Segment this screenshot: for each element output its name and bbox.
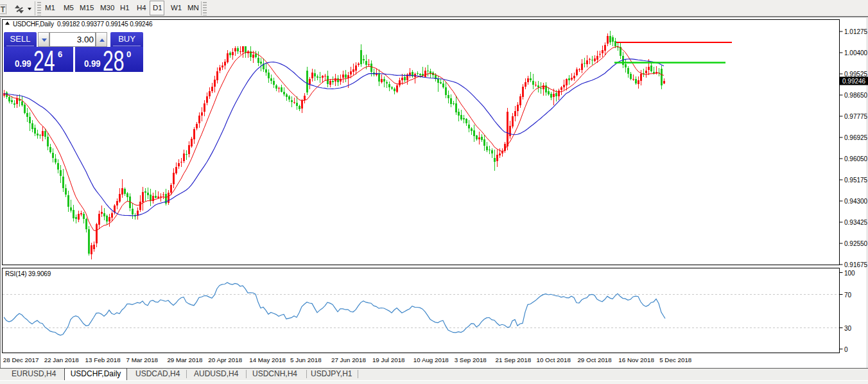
svg-text:7 Mar 2018: 7 Mar 2018 xyxy=(126,356,159,363)
svg-text:29 Oct 2018: 29 Oct 2018 xyxy=(577,356,612,363)
svg-text:0.96050: 0.96050 xyxy=(844,155,868,162)
svg-text:0.91675: 0.91675 xyxy=(844,261,868,268)
svg-text:5 Jun 2018: 5 Jun 2018 xyxy=(290,356,322,363)
svg-text:5 Dec 2018: 5 Dec 2018 xyxy=(659,356,692,363)
svg-text:0.96925: 0.96925 xyxy=(844,134,868,141)
svg-text:29 Mar 2018: 29 Mar 2018 xyxy=(167,356,203,363)
svg-text:28 Dec 2017: 28 Dec 2017 xyxy=(3,356,39,363)
svg-text:10 Aug 2018: 10 Aug 2018 xyxy=(413,356,449,363)
svg-text:0.98650: 0.98650 xyxy=(844,92,868,99)
svg-text:0.99246: 0.99246 xyxy=(842,78,866,85)
svg-text:0.94300: 0.94300 xyxy=(844,198,868,205)
svg-text:0.97775: 0.97775 xyxy=(844,113,868,120)
svg-text:3 Sep 2018: 3 Sep 2018 xyxy=(455,356,487,363)
svg-text:USDCHF,Daily 0.99182 0.99377: USDCHF,Daily 0.99182 0.99377 0.99145 0.9… xyxy=(13,21,153,28)
svg-text:13 Feb 2018: 13 Feb 2018 xyxy=(85,356,121,363)
svg-text:19 Jul 2018: 19 Jul 2018 xyxy=(372,356,405,363)
svg-text:100: 100 xyxy=(844,270,855,277)
svg-text:20 Apr 2018: 20 Apr 2018 xyxy=(208,356,242,363)
svg-text:21 Sep 2018: 21 Sep 2018 xyxy=(496,356,532,363)
svg-text:27 Jun 2018: 27 Jun 2018 xyxy=(331,356,366,363)
svg-text:22 Jan 2018: 22 Jan 2018 xyxy=(44,356,79,363)
svg-text:16 Nov 2018: 16 Nov 2018 xyxy=(618,356,654,363)
svg-text:14 May 2018: 14 May 2018 xyxy=(249,356,286,363)
svg-text:10 Oct 2018: 10 Oct 2018 xyxy=(537,356,571,363)
svg-text:0.92550: 0.92550 xyxy=(844,240,868,247)
svg-text:0.95175: 0.95175 xyxy=(844,177,868,184)
svg-text:0.93425: 0.93425 xyxy=(844,219,868,226)
svg-text:RSI(14) 39.9069: RSI(14) 39.9069 xyxy=(5,270,51,277)
svg-text:1.01275: 1.01275 xyxy=(844,28,868,35)
svg-text:1.00400: 1.00400 xyxy=(844,49,868,57)
svg-text:0.99525: 0.99525 xyxy=(844,71,868,78)
svg-text:0: 0 xyxy=(844,346,848,353)
svg-text:70: 70 xyxy=(844,292,852,299)
svg-text:30: 30 xyxy=(844,325,852,332)
